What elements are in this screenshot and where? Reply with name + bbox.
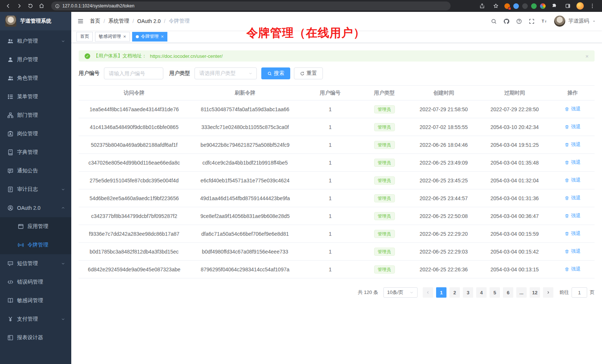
table-row: 54d6be82ee5a460a9aedc1f9bf22365649d1aa46… [79, 189, 595, 207]
tab-item[interactable]: 首页 [76, 32, 93, 42]
notice-icon [7, 168, 13, 174]
sidebar-item-oauth2-application[interactable]: 应用管理 [0, 217, 71, 236]
sidebar-item-sms[interactable]: 短信管理 [0, 254, 71, 273]
tab-close-icon[interactable]: × [161, 34, 164, 39]
force-logout-button[interactable]: 强退 [565, 230, 580, 237]
force-logout-button[interactable]: 强退 [565, 248, 580, 255]
page-size-select[interactable]: 10条/页 [383, 287, 418, 298]
sidebar-item-tenant[interactable]: 租户管理 [0, 32, 71, 50]
pager-ellipsis[interactable]: ... [516, 287, 527, 298]
prev-page-button[interactable] [423, 287, 433, 298]
user-menu[interactable]: 芋道源码 [554, 16, 596, 27]
sidebar-item-user[interactable]: 用户管理 [0, 50, 71, 69]
created-time-cell: 2022-06-25 22:50:08 [409, 207, 479, 225]
user-id-input[interactable] [109, 70, 158, 76]
force-logout-button[interactable]: 强退 [565, 266, 580, 272]
created-time-cell: 2022-06-25 23:49:09 [409, 154, 479, 172]
sidebar-item-oauth2-token[interactable]: 令牌管理 [0, 236, 71, 254]
refresh-token-cell: dfa6c71a50a54c66bef706ef9e6e8d81 [190, 225, 301, 243]
force-logout-button[interactable]: 强退 [565, 212, 580, 219]
created-time-cell: 2022-06-25 23:44:57 [409, 189, 479, 207]
hamburger-icon[interactable] [71, 12, 90, 30]
extension-icon[interactable] [540, 3, 546, 9]
force-logout-button[interactable]: 强退 [565, 106, 580, 112]
user-type-placeholder: 请选择用户类型 [199, 70, 236, 77]
reset-button-label: 重置 [307, 70, 317, 77]
extension-badge [508, 7, 511, 10]
page-button[interactable]: 6 [503, 287, 513, 298]
page-button[interactable]: 12 [530, 287, 540, 298]
browser-home-icon[interactable] [36, 1, 47, 11]
refresh-token-cell: 49d1aa46d1454fbd87591444423be9fa [190, 189, 301, 207]
column-header: 用户类型 [360, 86, 409, 100]
sidebar-item-sensitive-word[interactable]: 敏感词管理 [0, 291, 71, 310]
token-icon [18, 242, 24, 248]
page-button[interactable]: 2 [449, 287, 460, 298]
user-type-select[interactable]: 请选择用户类型 [194, 67, 257, 79]
sidebar-item-pay[interactable]: 支付管理 [0, 310, 71, 328]
extension-icon[interactable] [531, 3, 537, 9]
force-logout-button[interactable]: 强退 [565, 177, 580, 183]
github-icon[interactable] [500, 12, 513, 30]
force-logout-button[interactable]: 强退 [565, 123, 580, 130]
force-logout-button[interactable]: 强退 [565, 159, 580, 166]
browser-reload-icon[interactable] [25, 1, 36, 11]
alert-doc-link[interactable]: https://doc.iocoder.cn/user-center/ [150, 53, 223, 59]
sidebar-item-role[interactable]: 角色管理 [0, 69, 71, 87]
extensions-puzzle-icon[interactable] [549, 1, 559, 11]
sidebar-item-audit-log[interactable]: 审计日志 [0, 180, 71, 199]
font-size-icon[interactable]: TT [538, 12, 550, 30]
sidebar-item-post[interactable]: 岗位管理 [0, 125, 71, 143]
sidebar-item-dict[interactable]: 字典管理 [0, 143, 71, 162]
force-logout-button[interactable]: 强退 [565, 141, 580, 148]
force-logout-button[interactable]: 强退 [565, 195, 580, 201]
help-icon[interactable] [513, 12, 525, 30]
sidebar-item-dept[interactable]: 部门管理 [0, 106, 71, 125]
sidebar-item-label: 字典管理 [17, 149, 65, 156]
share-icon[interactable] [477, 1, 487, 11]
search-icon[interactable] [487, 12, 500, 30]
next-page-button[interactable] [543, 287, 553, 298]
page-button[interactable]: 5 [490, 287, 500, 298]
user-id-cell: 1 [301, 118, 360, 136]
site-info-icon[interactable] [55, 4, 60, 9]
goto-page-input[interactable] [572, 287, 587, 298]
profile-avatar-icon[interactable] [576, 2, 584, 10]
tab-item[interactable]: 令牌管理× [132, 32, 168, 42]
extension-icon[interactable] [504, 3, 510, 9]
breadcrumb-item[interactable]: OAuth 2.0 [137, 18, 161, 24]
breadcrumb-item[interactable]: 首页 [90, 18, 100, 24]
user-type-badge: 管理员 [374, 230, 395, 238]
reset-button[interactable]: 重置 [294, 67, 323, 79]
tab-close-icon[interactable]: × [123, 34, 126, 39]
sidebar-item-label: 支付管理 [17, 316, 57, 322]
sidebar-item-label: 菜单管理 [17, 93, 65, 100]
fullscreen-icon[interactable] [525, 12, 538, 30]
breadcrumb-item[interactable]: 系统管理 [108, 18, 129, 24]
alert-close-icon[interactable]: × [585, 53, 589, 59]
sidebar-item-oauth2[interactable]: OAuth 2.0 [0, 199, 71, 217]
page-button[interactable]: 1 [436, 287, 446, 298]
extension-icon[interactable] [513, 3, 519, 9]
browser-back-icon[interactable] [3, 1, 13, 11]
sidebar-item-label: 通知公告 [17, 168, 65, 174]
address-bar[interactable]: 127.0.0.1:1024/system/oauth2/token [51, 1, 451, 10]
bookmark-star-icon[interactable] [491, 1, 501, 11]
audit-icon [7, 186, 13, 192]
sidebar-item-menu[interactable]: 菜单管理 [0, 87, 71, 106]
split-view-icon[interactable] [563, 1, 573, 11]
expire-time-cell: 2054-03-04 00:36:47 [478, 207, 551, 225]
browser-menu-icon[interactable] [587, 1, 598, 11]
page-button[interactable]: 3 [463, 287, 473, 298]
created-time-cell: 2022-06-26 18:04:46 [409, 136, 479, 154]
user-type-badge: 管理员 [374, 159, 395, 167]
search-button[interactable]: 搜索 [261, 67, 290, 79]
tab-item[interactable]: 敏感词管理× [95, 32, 130, 42]
sidebar-item-error-code[interactable]: 错误码管理 [0, 273, 71, 291]
sidebar-item-report-designer[interactable]: 报表设计器 [0, 328, 71, 347]
extension-icon[interactable] [522, 3, 528, 9]
url-text: 127.0.0.1:1024/system/oauth2/token [62, 3, 134, 9]
browser-forward-icon[interactable] [14, 1, 24, 11]
sidebar-item-notice[interactable]: 通知公告 [0, 162, 71, 180]
page-button[interactable]: 4 [476, 287, 487, 298]
